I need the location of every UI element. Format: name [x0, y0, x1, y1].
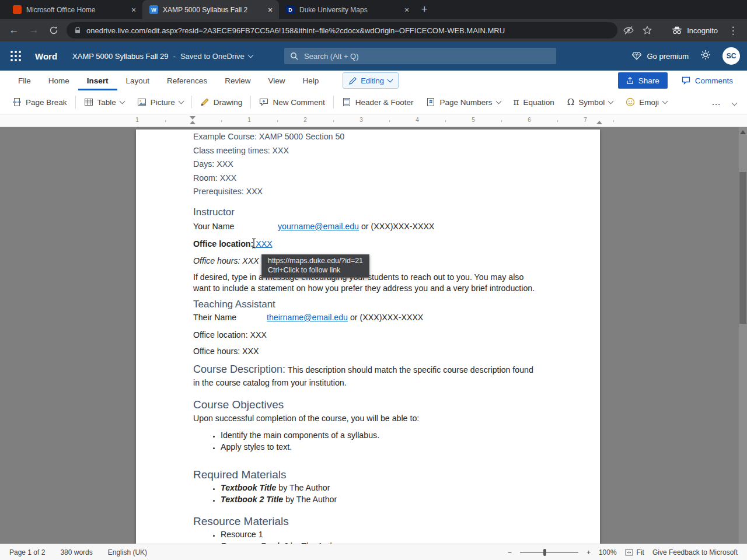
material-item: Textbook Title by The Author	[221, 482, 543, 494]
instructor-email-link[interactable]: yourname@email.edu	[278, 222, 359, 231]
browser-tab-duke-maps[interactable]: D Duke University Maps ×	[279, 0, 416, 19]
scrollbar-up-arrow[interactable]	[740, 130, 746, 134]
title-separator: -	[173, 52, 176, 61]
feedback-link[interactable]: Give Feedback to Microsoft	[652, 548, 738, 556]
browser-tab-syllabus-active[interactable]: W XAMP 5000 Syllabus Fall 2 ×	[142, 0, 279, 19]
indent-marker-first-line[interactable]	[190, 116, 196, 120]
page-numbers-icon	[426, 97, 435, 107]
indent-marker-hanging[interactable]	[190, 121, 196, 124]
picture-button[interactable]: Picture	[131, 93, 190, 111]
ruler-number: 3	[359, 117, 363, 123]
address-bar[interactable]: onedrive.live.com/edit.aspx?resid=2A3ECE…	[67, 22, 617, 38]
app-launcher-waffle-icon[interactable]	[8, 48, 23, 64]
course-info-line: Example Course: XAMP 5000 Section 50	[193, 130, 344, 144]
editing-mode-button[interactable]: Editing	[343, 72, 399, 89]
status-bar: Page 1 of 2 380 words English (UK) − + 1…	[0, 544, 747, 560]
symbol-button[interactable]: Ω Symbol	[561, 93, 619, 111]
equation-button[interactable]: π Equation	[507, 93, 561, 111]
document-canvas: Example Course: XAMP 5000 Section 50 Cla…	[0, 127, 747, 544]
ta-office-location-line: Office location: XXX	[193, 330, 267, 340]
ribbon-overflow-button[interactable]: …	[704, 97, 728, 107]
page-break-button[interactable]: Page Break	[6, 93, 74, 111]
page-numbers-button[interactable]: Page Numbers	[420, 93, 507, 111]
back-button[interactable]: ←	[6, 22, 22, 38]
tab-close-icon[interactable]: ×	[128, 5, 139, 15]
menu-tab-insert[interactable]: Insert	[78, 71, 117, 90]
browser-tab-office-home[interactable]: Microsoft Office Home ×	[6, 0, 142, 19]
settings-gear-icon[interactable]	[700, 50, 711, 62]
ribbon-collapse-button[interactable]	[728, 98, 741, 107]
materials-list: Textbook Title by The Author Textbook 2 …	[193, 482, 543, 505]
document-title[interactable]: XAMP 5000 Syllabus Fall 29	[72, 52, 169, 61]
ruler-number: 6	[528, 117, 531, 123]
pi-icon: π	[514, 97, 519, 107]
chevron-down-icon	[178, 99, 184, 104]
refresh-icon	[49, 26, 58, 35]
menu-tab-file[interactable]: File	[9, 71, 40, 90]
tab-close-icon[interactable]: ×	[402, 5, 412, 15]
chevron-down-icon	[495, 99, 501, 104]
menu-tab-home[interactable]: Home	[40, 71, 78, 90]
ruler-number: 7	[584, 117, 587, 123]
ta-heading: Teaching Assistant	[193, 299, 275, 310]
tab-close-icon[interactable]: ×	[265, 5, 275, 15]
header-footer-button[interactable]: Header & Footer	[336, 93, 420, 111]
menu-tab-layout[interactable]: Layout	[117, 71, 159, 90]
ruler-number: 1	[247, 117, 251, 123]
forward-button[interactable]: →	[26, 22, 42, 38]
course-description-heading: Course Description:	[193, 363, 285, 375]
chevron-down-icon	[662, 99, 668, 104]
share-button[interactable]: Share	[618, 72, 668, 89]
scrollbar-thumb[interactable]	[739, 172, 746, 324]
chevron-down-icon	[247, 52, 253, 58]
browser-menu-kebab-icon[interactable]: ⋮	[725, 22, 741, 38]
go-premium-button[interactable]: Go premium	[632, 52, 689, 61]
menu-tab-view[interactable]: View	[259, 71, 294, 90]
indent-marker-right[interactable]	[596, 121, 602, 124]
ruler-ticks	[165, 120, 620, 122]
zoom-level[interactable]: 100%	[599, 548, 617, 556]
browser-tab-strip: Microsoft Office Home × W XAMP 5000 Syll…	[0, 0, 747, 19]
status-language[interactable]: English (UK)	[108, 548, 147, 556]
ta-phone: or (XXX)XXX-XXXX	[348, 313, 423, 322]
link-tooltip: https://maps.duke.edu/?id=21 Ctrl+Click …	[261, 254, 369, 278]
tab-title: XAMP 5000 Syllabus Fall 2	[163, 6, 260, 14]
word-app-header: Word XAMP 5000 Syllabus Fall 29 - Saved …	[0, 41, 747, 71]
objective-item: Identify the main components of a syllab…	[221, 430, 543, 442]
fit-icon	[625, 549, 633, 556]
drawing-button[interactable]: Drawing	[194, 93, 249, 111]
tooltip-url: https://maps.duke.edu/?id=21	[268, 257, 363, 266]
menu-tab-help[interactable]: Help	[294, 71, 327, 90]
bookmark-star-icon[interactable]	[640, 23, 655, 38]
ta-email-link[interactable]: theirname@email.edu	[267, 313, 348, 322]
emoji-button[interactable]: Emoji	[619, 93, 673, 111]
zoom-slider-thumb[interactable]	[543, 549, 546, 556]
search-input[interactable]	[303, 51, 550, 61]
zoom-slider[interactable]	[520, 552, 578, 553]
office-location-link[interactable]: XXX	[256, 239, 272, 249]
new-tab-button[interactable]: +	[421, 4, 428, 16]
objectives-intro: Upon successful completion of the course…	[193, 413, 419, 424]
status-page-count[interactable]: Page 1 of 2	[9, 548, 45, 556]
ribbon-menu-bar: File Home Insert Layout References Revie…	[0, 71, 747, 90]
tab-title: Microsoft Office Home	[26, 6, 124, 14]
refresh-button[interactable]	[46, 22, 62, 38]
ta-name: Their Name	[193, 312, 267, 323]
header-search-box[interactable]	[284, 48, 556, 64]
new-comment-button[interactable]: New Comment	[253, 93, 331, 111]
account-avatar[interactable]: SC	[722, 47, 740, 65]
menu-tab-references[interactable]: References	[158, 71, 216, 90]
ta-office-hours-line: Office hours: XXX	[193, 346, 259, 356]
word-favicon: W	[149, 5, 158, 14]
comments-button[interactable]: Comments	[675, 72, 740, 89]
zoom-in-button[interactable]: +	[587, 548, 591, 556]
content-blocked-eye-icon[interactable]	[621, 23, 636, 38]
table-button[interactable]: Table	[78, 93, 131, 111]
ruler-number: 4	[416, 117, 419, 123]
saved-status[interactable]: Saved to OneDrive	[180, 52, 253, 61]
office-location-line: Office location: XXX	[193, 239, 273, 249]
status-word-count[interactable]: 380 words	[60, 548, 92, 556]
fit-button[interactable]: Fit	[625, 548, 644, 556]
zoom-out-button[interactable]: −	[508, 548, 512, 556]
menu-tab-review[interactable]: Review	[216, 71, 259, 90]
